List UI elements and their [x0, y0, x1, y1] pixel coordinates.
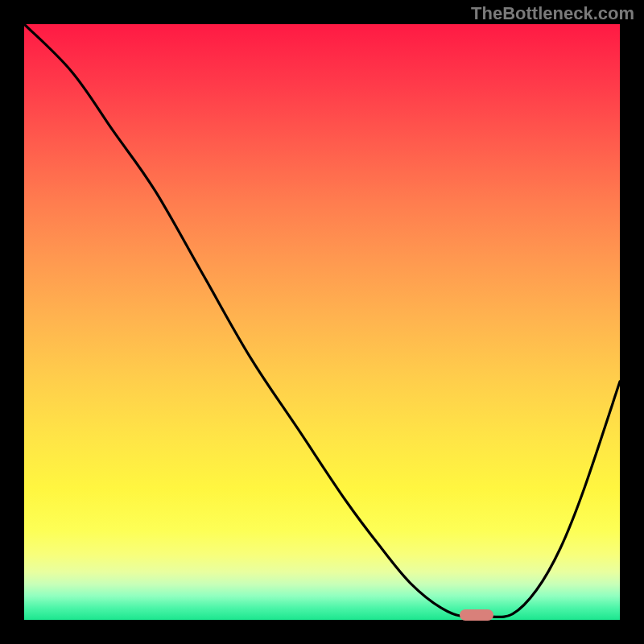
chart-curve-svg [24, 24, 620, 620]
optimal-point-marker [460, 609, 493, 621]
watermark-text: TheBottleneck.com [471, 3, 634, 24]
chart-plot-area [24, 24, 620, 620]
bottleneck-curve-line [24, 24, 620, 617]
